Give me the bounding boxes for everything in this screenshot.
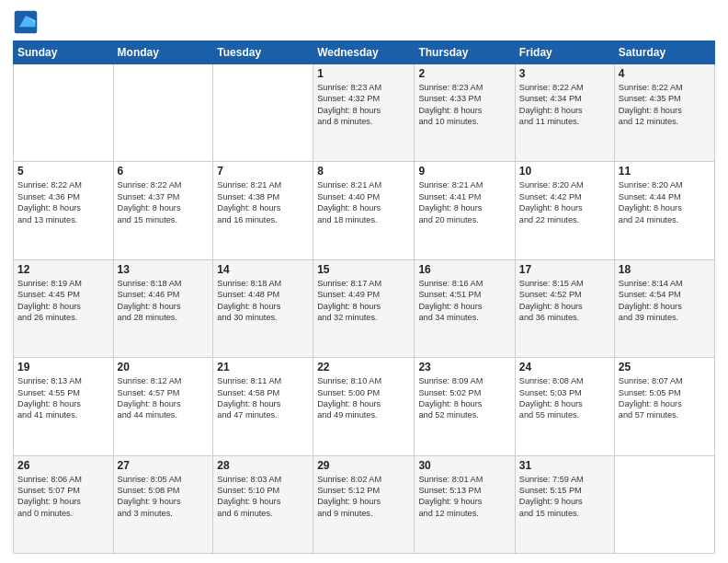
- calendar-cell: 24Sunrise: 8:08 AM Sunset: 5:03 PM Dayli…: [515, 358, 614, 455]
- calendar-cell: 15Sunrise: 8:17 AM Sunset: 4:49 PM Dayli…: [313, 259, 415, 357]
- week-row-0: 1Sunrise: 8:23 AM Sunset: 4:32 PM Daylig…: [14, 64, 715, 162]
- day-number: 12: [17, 263, 109, 276]
- weekday-header-tuesday: Tuesday: [213, 41, 313, 64]
- calendar-cell: [113, 64, 213, 162]
- day-info: Sunrise: 8:13 AM Sunset: 4:55 PM Dayligh…: [17, 375, 109, 421]
- day-info: Sunrise: 8:23 AM Sunset: 4:32 PM Dayligh…: [317, 82, 410, 128]
- calendar-cell: 30Sunrise: 8:01 AM Sunset: 5:13 PM Dayli…: [415, 455, 515, 553]
- weekday-header-monday: Monday: [113, 41, 213, 64]
- day-number: 4: [619, 67, 711, 80]
- calendar-cell: 31Sunrise: 7:59 AM Sunset: 5:15 PM Dayli…: [515, 455, 614, 553]
- day-number: 31: [519, 459, 610, 472]
- day-number: 20: [118, 361, 210, 373]
- week-row-4: 26Sunrise: 8:06 AM Sunset: 5:07 PM Dayli…: [14, 455, 715, 553]
- day-info: Sunrise: 8:09 AM Sunset: 5:02 PM Dayligh…: [418, 375, 510, 421]
- week-row-2: 12Sunrise: 8:19 AM Sunset: 4:45 PM Dayli…: [14, 259, 715, 357]
- calendar-cell: [14, 64, 114, 162]
- week-row-3: 19Sunrise: 8:13 AM Sunset: 4:55 PM Dayli…: [14, 358, 715, 455]
- day-info: Sunrise: 8:08 AM Sunset: 5:03 PM Dayligh…: [519, 375, 610, 421]
- day-number: 2: [418, 67, 510, 80]
- calendar-table: SundayMondayTuesdayWednesdayThursdayFrid…: [13, 40, 715, 554]
- day-number: 19: [17, 361, 109, 373]
- weekday-header-wednesday: Wednesday: [313, 41, 415, 64]
- day-info: Sunrise: 8:17 AM Sunset: 4:49 PM Dayligh…: [317, 278, 410, 324]
- calendar-cell: 6Sunrise: 8:22 AM Sunset: 4:37 PM Daylig…: [113, 162, 213, 259]
- day-number: 13: [118, 263, 210, 276]
- calendar-cell: 3Sunrise: 8:22 AM Sunset: 4:34 PM Daylig…: [515, 64, 614, 162]
- calendar-cell: 1Sunrise: 8:23 AM Sunset: 4:32 PM Daylig…: [313, 64, 415, 162]
- day-info: Sunrise: 8:22 AM Sunset: 4:36 PM Dayligh…: [17, 179, 109, 225]
- calendar-cell: 27Sunrise: 8:05 AM Sunset: 5:08 PM Dayli…: [113, 455, 213, 553]
- logo: [13, 9, 42, 35]
- calendar-cell: 21Sunrise: 8:11 AM Sunset: 4:58 PM Dayli…: [213, 358, 313, 455]
- calendar-cell: 29Sunrise: 8:02 AM Sunset: 5:12 PM Dayli…: [313, 455, 415, 553]
- calendar-cell: 4Sunrise: 8:22 AM Sunset: 4:35 PM Daylig…: [614, 64, 714, 162]
- day-info: Sunrise: 8:21 AM Sunset: 4:40 PM Dayligh…: [317, 179, 410, 225]
- day-info: Sunrise: 8:14 AM Sunset: 4:54 PM Dayligh…: [619, 278, 711, 324]
- calendar-cell: 8Sunrise: 8:21 AM Sunset: 4:40 PM Daylig…: [313, 162, 415, 259]
- day-number: 6: [118, 165, 210, 178]
- day-number: 29: [317, 459, 410, 472]
- day-number: 23: [418, 361, 510, 373]
- calendar-cell: 5Sunrise: 8:22 AM Sunset: 4:36 PM Daylig…: [14, 162, 114, 259]
- day-info: Sunrise: 8:05 AM Sunset: 5:08 PM Dayligh…: [118, 474, 210, 520]
- calendar-cell: 12Sunrise: 8:19 AM Sunset: 4:45 PM Dayli…: [14, 259, 114, 357]
- day-number: 22: [317, 361, 410, 373]
- day-info: Sunrise: 8:21 AM Sunset: 4:38 PM Dayligh…: [217, 179, 309, 225]
- day-info: Sunrise: 8:11 AM Sunset: 4:58 PM Dayligh…: [217, 375, 309, 421]
- calendar-cell: 13Sunrise: 8:18 AM Sunset: 4:46 PM Dayli…: [113, 259, 213, 357]
- page: SundayMondayTuesdayWednesdayThursdayFrid…: [0, 0, 728, 563]
- day-number: 1: [317, 67, 410, 80]
- calendar-cell: 22Sunrise: 8:10 AM Sunset: 5:00 PM Dayli…: [313, 358, 415, 455]
- day-number: 25: [619, 361, 711, 373]
- calendar-cell: 16Sunrise: 8:16 AM Sunset: 4:51 PM Dayli…: [415, 259, 515, 357]
- calendar-cell: 17Sunrise: 8:15 AM Sunset: 4:52 PM Dayli…: [515, 259, 614, 357]
- calendar-cell: 7Sunrise: 8:21 AM Sunset: 4:38 PM Daylig…: [213, 162, 313, 259]
- weekday-header-sunday: Sunday: [14, 41, 114, 64]
- day-number: 17: [519, 263, 610, 276]
- header: [13, 9, 715, 35]
- calendar-cell: 19Sunrise: 8:13 AM Sunset: 4:55 PM Dayli…: [14, 358, 114, 455]
- day-number: 15: [317, 263, 410, 276]
- day-info: Sunrise: 8:12 AM Sunset: 4:57 PM Dayligh…: [118, 375, 210, 421]
- calendar-cell: 23Sunrise: 8:09 AM Sunset: 5:02 PM Dayli…: [415, 358, 515, 455]
- day-number: 18: [619, 263, 711, 276]
- day-info: Sunrise: 8:23 AM Sunset: 4:33 PM Dayligh…: [418, 82, 510, 128]
- day-info: Sunrise: 8:22 AM Sunset: 4:35 PM Dayligh…: [619, 82, 711, 128]
- calendar-cell: 28Sunrise: 8:03 AM Sunset: 5:10 PM Dayli…: [213, 455, 313, 553]
- logo-icon: [13, 9, 39, 35]
- calendar-cell: [213, 64, 313, 162]
- day-number: 9: [418, 165, 510, 178]
- day-info: Sunrise: 8:20 AM Sunset: 4:44 PM Dayligh…: [619, 179, 711, 225]
- day-info: Sunrise: 8:18 AM Sunset: 4:48 PM Dayligh…: [217, 278, 309, 324]
- weekday-header-thursday: Thursday: [415, 41, 515, 64]
- day-number: 11: [619, 165, 711, 178]
- day-info: Sunrise: 8:07 AM Sunset: 5:05 PM Dayligh…: [619, 375, 711, 421]
- day-info: Sunrise: 7:59 AM Sunset: 5:15 PM Dayligh…: [519, 474, 610, 520]
- day-number: 10: [519, 165, 610, 178]
- calendar-cell: [614, 455, 714, 553]
- day-number: 7: [217, 165, 309, 178]
- week-row-1: 5Sunrise: 8:22 AM Sunset: 4:36 PM Daylig…: [14, 162, 715, 259]
- day-info: Sunrise: 8:03 AM Sunset: 5:10 PM Dayligh…: [217, 474, 309, 520]
- weekday-header-saturday: Saturday: [614, 41, 714, 64]
- calendar-cell: 18Sunrise: 8:14 AM Sunset: 4:54 PM Dayli…: [614, 259, 714, 357]
- day-info: Sunrise: 8:20 AM Sunset: 4:42 PM Dayligh…: [519, 179, 610, 225]
- day-info: Sunrise: 8:15 AM Sunset: 4:52 PM Dayligh…: [519, 278, 610, 324]
- calendar-cell: 10Sunrise: 8:20 AM Sunset: 4:42 PM Dayli…: [515, 162, 614, 259]
- day-info: Sunrise: 8:10 AM Sunset: 5:00 PM Dayligh…: [317, 375, 410, 421]
- calendar-cell: 14Sunrise: 8:18 AM Sunset: 4:48 PM Dayli…: [213, 259, 313, 357]
- day-info: Sunrise: 8:22 AM Sunset: 4:34 PM Dayligh…: [519, 82, 610, 128]
- weekday-header-row: SundayMondayTuesdayWednesdayThursdayFrid…: [14, 41, 715, 64]
- day-info: Sunrise: 8:06 AM Sunset: 5:07 PM Dayligh…: [17, 474, 109, 520]
- day-number: 24: [519, 361, 610, 373]
- calendar-cell: 25Sunrise: 8:07 AM Sunset: 5:05 PM Dayli…: [614, 358, 714, 455]
- day-info: Sunrise: 8:18 AM Sunset: 4:46 PM Dayligh…: [118, 278, 210, 324]
- day-info: Sunrise: 8:01 AM Sunset: 5:13 PM Dayligh…: [418, 474, 510, 520]
- day-info: Sunrise: 8:16 AM Sunset: 4:51 PM Dayligh…: [418, 278, 510, 324]
- day-number: 3: [519, 67, 610, 80]
- calendar-cell: 11Sunrise: 8:20 AM Sunset: 4:44 PM Dayli…: [614, 162, 714, 259]
- day-number: 28: [217, 459, 309, 472]
- day-number: 14: [217, 263, 309, 276]
- day-number: 26: [17, 459, 109, 472]
